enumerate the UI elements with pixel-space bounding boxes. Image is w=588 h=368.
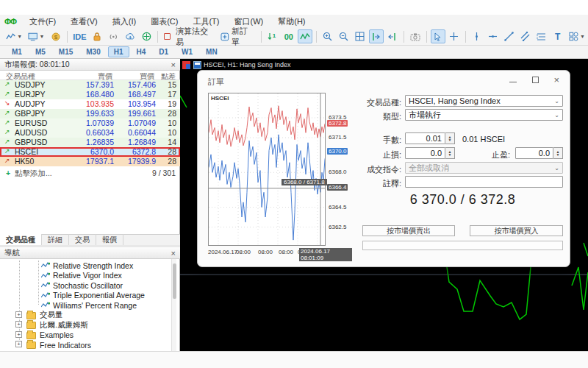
zoom-in-icon bbox=[323, 32, 332, 41]
expand-icon[interactable]: + bbox=[15, 341, 22, 347]
table-row-HK50[interactable]: ↗HK5017937.117939.928 bbox=[0, 157, 180, 166]
volume-input[interactable]: 0.01 bbox=[405, 132, 445, 144]
tree-item-folder[interactable]: 比爾.威廉姆斯 bbox=[40, 320, 88, 330]
comment-input[interactable] bbox=[405, 176, 563, 188]
channel-tool-button[interactable] bbox=[518, 29, 533, 43]
volume-stepper[interactable]: ▲▼ bbox=[445, 132, 455, 144]
text-tool-button[interactable]: T bbox=[551, 29, 565, 43]
crosshair-tool-button[interactable] bbox=[447, 29, 462, 43]
scrollbar-thumb[interactable] bbox=[173, 263, 176, 299]
take-profit-stepper[interactable]: ▲▼ bbox=[553, 147, 563, 159]
table-row-EURJPY[interactable]: ↗EURJPY168.480168.49717 bbox=[0, 90, 180, 99]
table-row-EURUSD[interactable]: ↗EURUSD1.070391.0704910 bbox=[0, 118, 180, 128]
timeframe-M1[interactable]: M1 bbox=[6, 46, 28, 57]
zoom-in-button[interactable] bbox=[320, 29, 335, 43]
ide-button[interactable]: IDE bbox=[71, 29, 89, 43]
algo-trading-button[interactable]: 演算法交易 bbox=[162, 29, 217, 43]
navigator-title: 導航 bbox=[4, 248, 20, 258]
signal-button[interactable] bbox=[106, 29, 121, 43]
tick-chart-button[interactable]: 1 bbox=[265, 29, 280, 43]
menu-item[interactable]: 插入(I) bbox=[105, 15, 143, 27]
tick-chart-canvas bbox=[209, 93, 325, 245]
expand-icon[interactable]: + bbox=[15, 311, 22, 318]
stop-loss-input[interactable]: 0.0 bbox=[405, 147, 445, 159]
menu-item[interactable]: 文件(F) bbox=[22, 15, 63, 27]
sell-button[interactable]: 按市場價賣出 bbox=[362, 225, 455, 236]
tree-item-folder[interactable]: Free Indicators bbox=[40, 340, 91, 350]
auto-scroll-button[interactable] bbox=[369, 29, 384, 43]
sell-price: 1.26835 bbox=[86, 138, 114, 146]
tab-交易品種[interactable]: 交易品種 bbox=[0, 234, 42, 246]
tree-item-folder[interactable]: 交易量 bbox=[40, 311, 63, 320]
tree-item-indicator[interactable]: Triple Exponential Average bbox=[41, 291, 145, 300]
symbol-name: AUDUSD bbox=[15, 128, 47, 137]
chart-type-button[interactable]: ▼ bbox=[4, 29, 24, 43]
lock-button[interactable] bbox=[90, 29, 104, 43]
minimize-button[interactable] bbox=[509, 77, 517, 82]
vertical-line-tool-button[interactable] bbox=[470, 29, 484, 43]
trendline-tool-button[interactable] bbox=[502, 29, 517, 43]
tree-item-indicator[interactable]: Relative Vigor Index bbox=[41, 271, 122, 280]
zoom-out-button[interactable] bbox=[337, 29, 351, 43]
horizontal-line-tool-button[interactable] bbox=[486, 29, 501, 43]
tile-windows-button[interactable] bbox=[353, 29, 368, 43]
tab-交易[interactable]: 交易 bbox=[69, 234, 96, 246]
chart-mode-button[interactable] bbox=[298, 29, 312, 43]
buy-button[interactable]: 按市場價買入 bbox=[470, 225, 563, 236]
quotes-button[interactable]: 00 bbox=[282, 29, 296, 43]
y-axis-label: 6362.5 bbox=[329, 224, 346, 230]
shapes-tool-button[interactable]: ▼ bbox=[567, 29, 587, 43]
timeframe-M30[interactable]: M30 bbox=[80, 46, 106, 57]
tree-item-indicator[interactable]: Relative Strength Index bbox=[41, 261, 133, 270]
tree-item-indicator[interactable]: Stochastic Oscillator bbox=[41, 280, 123, 290]
menu-item[interactable]: 查看(V) bbox=[63, 15, 105, 27]
menu-item[interactable]: 幫助(H) bbox=[270, 15, 312, 27]
table-row-GBPJPY[interactable]: ↗GBPJPY199.633199.66128 bbox=[0, 109, 180, 118]
community-button[interactable] bbox=[139, 29, 154, 43]
navigator-titlebar: 導航 × bbox=[0, 247, 180, 259]
price-badge: 6366.4 bbox=[327, 184, 348, 191]
close-icon[interactable]: × bbox=[171, 249, 176, 258]
close-button[interactable]: × bbox=[553, 77, 559, 84]
deposit-button[interactable]: $ bbox=[49, 29, 63, 43]
maximize-button[interactable] bbox=[532, 77, 539, 83]
table-row-GBPUSD[interactable]: ↗GBPUSD1.268351.2684914 bbox=[0, 138, 180, 147]
timeframe-MN[interactable]: MN bbox=[200, 46, 223, 57]
status-bar bbox=[0, 351, 588, 368]
spread-value: 10 bbox=[168, 128, 176, 137]
tab-報價[interactable]: 報價 bbox=[96, 234, 123, 246]
table-row-USDJPY[interactable]: ↗USDJPY157.391157.40615 bbox=[0, 80, 180, 90]
expand-icon[interactable]: + bbox=[15, 321, 22, 328]
fibonacci-tool-button[interactable] bbox=[534, 29, 549, 43]
navigator-scrollbar[interactable] bbox=[171, 259, 176, 351]
new-chart-button[interactable]: ▼ bbox=[26, 29, 46, 43]
expand-icon[interactable]: + bbox=[15, 331, 22, 338]
symbol-counter: 9 / 301 bbox=[152, 169, 176, 177]
table-row-AUDUSD[interactable]: ↗AUDUSD0.660340.6604410 bbox=[0, 128, 180, 138]
chart-shift-button[interactable] bbox=[385, 29, 400, 43]
take-profit-input[interactable]: 0.0 bbox=[515, 147, 553, 159]
timeframe-D1[interactable]: D1 bbox=[153, 46, 174, 57]
timeframe-H1[interactable]: H1 bbox=[108, 46, 129, 57]
add-symbol-label: 點擊添加... bbox=[15, 169, 52, 179]
table-row-HSCEI[interactable]: ↗HSCEI6370.06372.828 bbox=[0, 147, 180, 157]
tab-詳細[interactable]: 詳細 bbox=[42, 234, 69, 246]
close-icon[interactable]: × bbox=[171, 60, 176, 69]
timeframe-M15[interactable]: M15 bbox=[53, 46, 79, 57]
cloud-button[interactable] bbox=[123, 29, 138, 43]
timeframe-W1[interactable]: W1 bbox=[176, 46, 198, 57]
type-select[interactable]: 市場執行 ⌄ bbox=[405, 109, 563, 121]
tree-item-indicator[interactable]: Williams' Percent Range bbox=[41, 300, 137, 310]
tree-item-folder[interactable]: Examples bbox=[40, 330, 74, 340]
y-axis-label: 6364.5 bbox=[329, 204, 346, 210]
screenshot-button[interactable] bbox=[408, 29, 423, 43]
type-label: 類型: bbox=[348, 111, 401, 122]
table-row-AUDJPY[interactable]: ↘AUDJPY103.935103.95419 bbox=[0, 99, 180, 109]
timeframe-H4[interactable]: H4 bbox=[131, 46, 152, 57]
stop-loss-stepper[interactable]: ▲▼ bbox=[445, 147, 455, 159]
cursor-tool-button[interactable] bbox=[431, 29, 445, 43]
timeframe-M5[interactable]: M5 bbox=[29, 46, 51, 57]
symbol-select[interactable]: HSCEI, Hang Seng Index ⌄ bbox=[405, 95, 563, 107]
new-order-button[interactable]: 新訂單 bbox=[218, 29, 257, 43]
symbol-value: HSCEI, Hang Seng Index bbox=[409, 96, 501, 105]
